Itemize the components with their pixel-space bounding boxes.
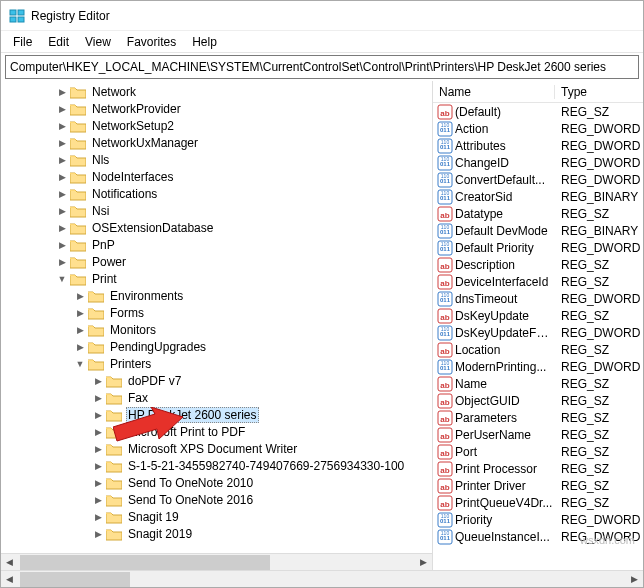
value-row[interactable]: Default Priority REG_DWORD bbox=[433, 239, 643, 256]
chevron-right-icon[interactable]: ▶ bbox=[92, 443, 104, 455]
value-row[interactable]: Description REG_SZ bbox=[433, 256, 643, 273]
value-row[interactable]: ConvertDefault... REG_DWORD bbox=[433, 171, 643, 188]
chevron-right-icon[interactable]: ▶ bbox=[56, 239, 68, 251]
chevron-right-icon[interactable]: ▶ bbox=[74, 307, 86, 319]
chevron-right-icon[interactable]: ▶ bbox=[92, 375, 104, 387]
column-header-type[interactable]: Type bbox=[555, 85, 643, 99]
value-name: Name bbox=[455, 377, 555, 391]
value-row[interactable]: Printer Driver REG_SZ bbox=[433, 477, 643, 494]
chevron-right-icon[interactable]: ▶ bbox=[92, 477, 104, 489]
chevron-right-icon[interactable]: ▶ bbox=[92, 511, 104, 523]
chevron-right-icon[interactable]: ▶ bbox=[56, 86, 68, 98]
value-row[interactable]: Priority REG_DWORD bbox=[433, 511, 643, 528]
value-row[interactable]: ChangeID REG_DWORD bbox=[433, 154, 643, 171]
chevron-right-icon[interactable]: ▶ bbox=[92, 460, 104, 472]
tree-node[interactable]: ▶S-1-5-21-3455982740-749407669-275693433… bbox=[92, 457, 432, 474]
chevron-right-icon[interactable]: ▶ bbox=[92, 426, 104, 438]
value-type: REG_SZ bbox=[555, 394, 609, 408]
chevron-right-icon[interactable]: ▶ bbox=[56, 171, 68, 183]
tree-node[interactable]: ▶Forms bbox=[74, 304, 432, 321]
chevron-right-icon[interactable]: ▶ bbox=[56, 103, 68, 115]
tree-node[interactable]: ▶Snagit 2019 bbox=[92, 525, 432, 542]
value-row[interactable]: CreatorSid REG_BINARY bbox=[433, 188, 643, 205]
value-row[interactable]: QueueInstanceI... REG_DWORD bbox=[433, 528, 643, 545]
menu-file[interactable]: File bbox=[5, 33, 40, 51]
tree-node[interactable]: ▶PendingUpgrades bbox=[74, 338, 432, 355]
chevron-down-icon[interactable]: ▼ bbox=[74, 358, 86, 370]
tree-pane[interactable]: ▶Network▶NetworkProvider▶NetworkSetup2▶N… bbox=[1, 81, 433, 570]
menu-help[interactable]: Help bbox=[184, 33, 225, 51]
value-row[interactable]: dnsTimeout REG_DWORD bbox=[433, 290, 643, 307]
value-row[interactable]: Print Processor REG_SZ bbox=[433, 460, 643, 477]
menu-edit[interactable]: Edit bbox=[40, 33, 77, 51]
chevron-right-icon[interactable]: ▶ bbox=[56, 188, 68, 200]
chevron-right-icon[interactable]: ▶ bbox=[56, 120, 68, 132]
tree-node[interactable]: ▶Fax bbox=[92, 389, 432, 406]
tree-node[interactable]: ▼Print bbox=[56, 270, 432, 287]
value-row[interactable]: (Default) REG_SZ bbox=[433, 103, 643, 120]
tree-horizontal-scrollbar[interactable]: ◀ ▶ bbox=[1, 553, 432, 570]
value-row[interactable]: DeviceInterfaceId REG_SZ bbox=[433, 273, 643, 290]
scroll-right-icon[interactable]: ▶ bbox=[626, 571, 643, 588]
tree-node[interactable]: ▶Microsoft XPS Document Writer bbox=[92, 440, 432, 457]
chevron-right-icon[interactable]: ▶ bbox=[56, 137, 68, 149]
chevron-down-icon[interactable]: ▼ bbox=[56, 273, 68, 285]
tree-node[interactable]: ▶Notifications bbox=[56, 185, 432, 202]
chevron-right-icon[interactable]: ▶ bbox=[56, 256, 68, 268]
binary-value-icon bbox=[437, 172, 453, 188]
menu-view[interactable]: View bbox=[77, 33, 119, 51]
tree-node[interactable]: ▶PnP bbox=[56, 236, 432, 253]
tree-node[interactable]: ▶doPDF v7 bbox=[92, 372, 432, 389]
tree-node[interactable]: ▶Microsoft Print to PDF bbox=[92, 423, 432, 440]
chevron-right-icon[interactable]: ▶ bbox=[92, 494, 104, 506]
tree-node[interactable]: ▶NetworkSetup2 bbox=[56, 117, 432, 134]
tree-node[interactable]: ▶OSExtensionDatabase bbox=[56, 219, 432, 236]
tree-node[interactable]: ▶Nls bbox=[56, 151, 432, 168]
column-header-name[interactable]: Name bbox=[433, 85, 555, 99]
tree-node[interactable]: ▶Send To OneNote 2010 bbox=[92, 474, 432, 491]
tree-node[interactable]: ▶NetworkProvider bbox=[56, 100, 432, 117]
value-row[interactable]: Datatype REG_SZ bbox=[433, 205, 643, 222]
tree-node[interactable]: ▶Monitors bbox=[74, 321, 432, 338]
folder-icon bbox=[106, 476, 122, 490]
chevron-right-icon[interactable]: ▶ bbox=[74, 341, 86, 353]
chevron-right-icon[interactable]: ▶ bbox=[56, 154, 68, 166]
value-row[interactable]: Action REG_DWORD bbox=[433, 120, 643, 137]
tree-node[interactable]: ▶NodeInterfaces bbox=[56, 168, 432, 185]
value-row[interactable]: DsKeyUpdate REG_SZ bbox=[433, 307, 643, 324]
address-bar[interactable]: Computer\HKEY_LOCAL_MACHINE\SYSTEM\Curre… bbox=[5, 55, 639, 79]
scroll-right-icon[interactable]: ▶ bbox=[415, 554, 432, 571]
value-row[interactable]: Name REG_SZ bbox=[433, 375, 643, 392]
value-row[interactable]: DsKeyUpdateFor... REG_DWORD bbox=[433, 324, 643, 341]
tree-node[interactable]: ▶Send To OneNote 2016 bbox=[92, 491, 432, 508]
value-row[interactable]: ModernPrinting... REG_DWORD bbox=[433, 358, 643, 375]
chevron-right-icon[interactable]: ▶ bbox=[74, 290, 86, 302]
chevron-right-icon[interactable]: ▶ bbox=[92, 528, 104, 540]
tree-node[interactable]: ▶HP DeskJet 2600 series bbox=[92, 406, 432, 423]
chevron-right-icon[interactable]: ▶ bbox=[56, 205, 68, 217]
value-row[interactable]: PrintQueueV4Dr... REG_SZ bbox=[433, 494, 643, 511]
value-row[interactable]: Port REG_SZ bbox=[433, 443, 643, 460]
value-row[interactable]: Attributes REG_DWORD bbox=[433, 137, 643, 154]
chevron-right-icon[interactable]: ▶ bbox=[92, 392, 104, 404]
tree-node[interactable]: ▶NetworkUxManager bbox=[56, 134, 432, 151]
value-row[interactable]: Default DevMode REG_BINARY bbox=[433, 222, 643, 239]
tree-node[interactable]: ▶Power bbox=[56, 253, 432, 270]
tree-node[interactable]: ▶Network bbox=[56, 83, 432, 100]
value-row[interactable]: ObjectGUID REG_SZ bbox=[433, 392, 643, 409]
value-row[interactable]: PerUserName REG_SZ bbox=[433, 426, 643, 443]
scroll-left-icon[interactable]: ◀ bbox=[1, 554, 18, 571]
scroll-left-icon[interactable]: ◀ bbox=[1, 571, 18, 588]
tree-node[interactable]: ▶Environments bbox=[74, 287, 432, 304]
chevron-right-icon[interactable]: ▶ bbox=[56, 222, 68, 234]
value-row[interactable]: Parameters REG_SZ bbox=[433, 409, 643, 426]
tree-node[interactable]: ▼Printers bbox=[74, 355, 432, 372]
value-row[interactable]: Location REG_SZ bbox=[433, 341, 643, 358]
tree-node[interactable]: ▶Snagit 19 bbox=[92, 508, 432, 525]
menu-favorites[interactable]: Favorites bbox=[119, 33, 184, 51]
values-horizontal-scrollbar[interactable]: ◀ ▶ bbox=[1, 570, 643, 587]
chevron-right-icon[interactable]: ▶ bbox=[92, 409, 104, 421]
values-pane[interactable]: Name Type (Default) REG_SZ Action REG_DW… bbox=[433, 81, 643, 570]
tree-node[interactable]: ▶Nsi bbox=[56, 202, 432, 219]
chevron-right-icon[interactable]: ▶ bbox=[74, 324, 86, 336]
